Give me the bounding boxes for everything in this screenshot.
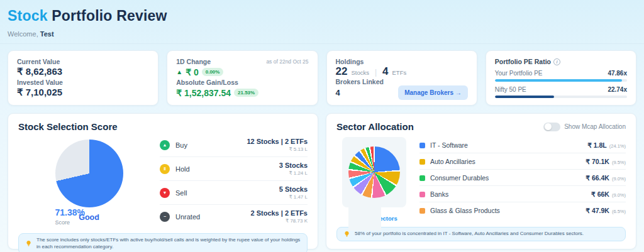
nifty-pe-name: Nifty 50 PE <box>495 86 526 93</box>
absolute-gain-amount: ₹ 1,52,837.54 <box>176 88 231 98</box>
page-header: Stock Portfolio Review Welcome, Test <box>0 0 644 44</box>
invested-value-label: Invested Value <box>17 79 149 86</box>
one-day-change-card: 1D Change as of 22nd Oct 25 ▲ ₹ 0 0.00% … <box>167 50 318 106</box>
legend-value: ₹ 70.1K <box>586 158 609 165</box>
holdings-label: Holdings <box>336 58 468 65</box>
buy-count: 12 Stocks | 2 ETFs <box>247 138 308 145</box>
pe-ratio-label: Portfolio PE Ratio <box>495 58 551 65</box>
nifty-pe-bar <box>495 96 555 98</box>
legend-name: Glass & Glass Products <box>430 207 500 214</box>
sector-chart <box>348 146 400 198</box>
stocks-count: 22 <box>336 65 348 78</box>
buy-amount: ₹ 5.13 L <box>247 146 308 152</box>
current-value-label: Current Value <box>17 58 149 65</box>
score-panel-title: Stock Selection Score <box>18 121 308 132</box>
mcap-toggle-group[interactable]: Show Mcap Allocation <box>543 123 626 131</box>
as-of-date: as of 22nd Oct 25 <box>266 58 308 65</box>
portfolio-pe-name: Your Portfolio PE <box>495 70 543 77</box>
hold-label: Hold <box>175 165 190 173</box>
score-gauge-column: 71.38% Score Good <box>18 133 160 228</box>
legend-value: ₹ 66K <box>591 190 609 198</box>
legend-pct: (9.0%) <box>612 192 626 198</box>
recommendation-list: ▲ Buy 12 Stocks | 2 ETFs ₹ 5.13 L ‖ Hold… <box>160 133 308 228</box>
one-day-change-label: 1D Change <box>176 58 211 65</box>
hold-row: ‖ Hold 3 Stocks ₹ 1.24 L <box>160 157 308 181</box>
invested-value-amount: ₹ 7,10,025 <box>17 87 149 98</box>
legend-swatch <box>419 208 425 214</box>
stock-selection-score-panel: Stock Selection Score 71.38% Score Good … <box>8 113 318 249</box>
sector-donut-hole <box>348 198 381 231</box>
current-value-card: Current Value ₹ 8,62,863 Invested Value … <box>8 50 158 106</box>
stocks-unit: Stocks <box>351 69 369 76</box>
legend-swatch <box>419 192 425 197</box>
mcap-toggle[interactable] <box>543 123 560 131</box>
up-triangle-icon: ▲ <box>176 68 182 75</box>
sector-allocation-panel: Sector Allocation Show Mcap Allocation V… <box>326 113 636 249</box>
unrated-count: 2 Stocks | 2 ETFs <box>250 209 308 217</box>
holdings-counts: 22 Stocks | 4 ETFs <box>336 65 468 78</box>
sector-panel-title: Sector Allocation <box>336 121 414 132</box>
detail-panels-row: Stock Selection Score 71.38% Score Good … <box>8 113 636 249</box>
legend-row-glass-products: Glass & Glass Products ₹ 47.9K (6.5%) <box>419 202 626 218</box>
toggle-knob <box>545 123 552 130</box>
sell-down-icon: ▼ <box>160 188 170 198</box>
nifty-pe-row: Nifty 50 PE 22.74x <box>495 86 627 98</box>
hold-count: 3 Stocks <box>279 162 308 169</box>
legend-swatch <box>419 159 425 165</box>
legend-value: ₹ 1.8L <box>587 141 607 149</box>
legend-value: ₹ 47.9K <box>586 207 609 214</box>
legend-row-banks: Banks ₹ 66K (9.0%) <box>419 186 626 202</box>
sell-count: 5 Stocks <box>279 185 308 193</box>
legend-swatch <box>419 143 425 148</box>
portfolio-pe-bar <box>495 79 622 82</box>
current-value-amount: ₹ 8,62,863 <box>17 66 149 77</box>
legend-value: ₹ 66.4K <box>586 174 609 182</box>
hold-pause-icon: ‖ <box>160 164 170 174</box>
sector-chart-box <box>342 137 406 207</box>
score-donut <box>55 140 123 207</box>
nifty-pe-value: 22.74x <box>608 86 627 93</box>
legend-pct: (24.1%) <box>609 143 626 149</box>
welcome-prefix: Welcome, <box>8 30 40 38</box>
one-day-change-pct-badge: 0.00% <box>202 68 224 76</box>
score-gauge: 71.38% Score <box>55 140 123 207</box>
mcap-toggle-label: Show Mcap Allocation <box>564 123 626 130</box>
score-gauge-center: 71.38% Score <box>55 207 108 252</box>
legend-swatch <box>419 175 425 181</box>
sector-legend: IT - Software ₹ 1.8L (24.1%) Auto Ancill… <box>419 137 626 222</box>
welcome-text: Welcome, Test <box>8 30 636 38</box>
portfolio-pe-row: Your Portfolio PE 47.86x <box>495 70 627 82</box>
page-title: Stock Portfolio Review <box>8 8 636 25</box>
sector-donut <box>348 146 400 198</box>
lightbulb-icon <box>25 240 32 247</box>
hold-amount: ₹ 1.24 L <box>279 170 308 176</box>
page-title-accent: Stock <box>8 8 48 24</box>
absolute-gain-pct-badge: 21.53% <box>234 89 258 97</box>
sell-amount: ₹ 1.47 L <box>279 194 308 200</box>
manage-brokers-button[interactable]: Manage Brokers → <box>398 85 468 100</box>
info-icon[interactable]: i <box>553 58 560 65</box>
legend-name: IT - Software <box>430 141 468 149</box>
legend-row-auto-ancillaries: Auto Ancillaries ₹ 70.1K (9.5%) <box>419 153 626 170</box>
unrated-amount: ₹ 78.73 K <box>250 218 308 224</box>
welcome-username: Test <box>40 30 54 38</box>
sell-label: Sell <box>175 189 187 197</box>
summary-cards-row: Current Value ₹ 8,62,863 Invested Value … <box>8 50 636 106</box>
unrated-label: Unrated <box>175 213 200 221</box>
buy-up-icon: ▲ <box>160 140 170 150</box>
page-title-rest: Portfolio Review <box>48 8 167 24</box>
unrated-row: − Unrated 2 Stocks | 2 ETFs ₹ 78.73 K <box>160 205 308 228</box>
count-divider: | <box>373 68 379 77</box>
nifty-pe-track <box>495 96 627 98</box>
absolute-gain-label: Absolute Gain/Loss <box>176 79 308 86</box>
unrated-minus-icon: − <box>160 212 170 222</box>
legend-pct: (9.0%) <box>612 176 626 182</box>
etfs-unit: ETFs <box>392 69 407 76</box>
portfolio-pe-track <box>495 79 627 82</box>
pe-ratio-title: Portfolio PE Ratioi <box>495 58 627 65</box>
buy-label: Buy <box>175 141 187 149</box>
portfolio-pe-value: 47.86x <box>608 70 627 77</box>
legend-name: Consumer Durables <box>430 174 489 182</box>
sector-chart-column: View All Sectors <box>336 137 412 222</box>
legend-name: Auto Ancillaries <box>430 158 475 165</box>
